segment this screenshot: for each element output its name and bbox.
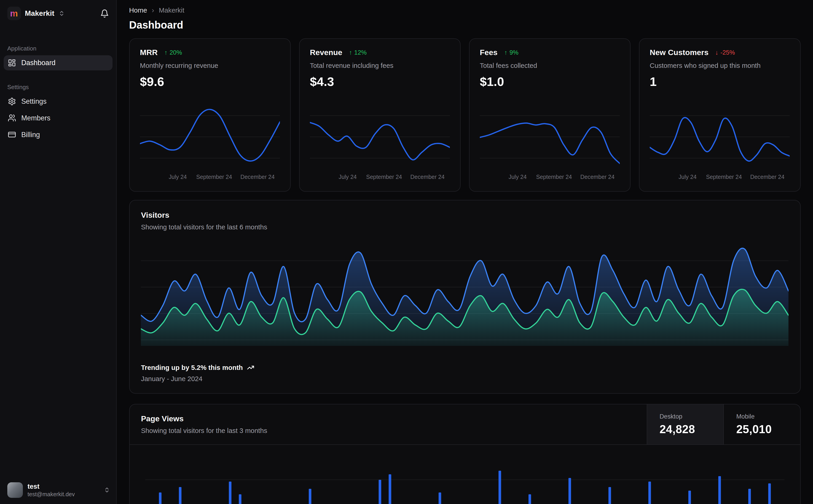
sidebar-section-application: Application	[0, 45, 116, 52]
trend-up-icon: ↑	[164, 49, 167, 56]
sidebar-nav-application: Dashboard	[0, 55, 116, 70]
page-views-head-left: Page Views Showing total visitors for th…	[130, 404, 647, 444]
x-tick-label: July 24	[679, 174, 697, 180]
app-window: m Makerkit Application Dashboard Setting…	[0, 0, 813, 504]
visitors-subtitle: Showing total visitors for the last 6 mo…	[141, 223, 789, 231]
sidebar-item-billing[interactable]: Billing	[4, 127, 112, 142]
stat-title: Revenue	[310, 48, 342, 57]
x-tick-label: December 24	[750, 174, 784, 180]
stat-head: Fees ↑ 9%	[480, 48, 620, 57]
sidebar-item-label: Dashboard	[21, 59, 56, 67]
user-email: test@makerkit.dev	[27, 491, 75, 497]
sidebar-section-settings: Settings	[0, 84, 116, 91]
bell-icon	[100, 9, 109, 18]
makerkit-logo: m	[7, 7, 21, 20]
page-views-stat-toggles: Desktop 24,828 Mobile 25,010	[647, 404, 800, 444]
visitors-date-range: January - June 2024	[141, 375, 789, 383]
stat-title: MRR	[140, 48, 157, 57]
sidebar-item-label: Members	[21, 114, 50, 122]
x-axis-ticks: July 24September 24December 24	[480, 174, 620, 182]
x-axis-ticks: July 24September 24December 24	[650, 174, 790, 182]
breadcrumb: Home › Makerkit	[129, 6, 801, 14]
x-tick-label: December 24	[410, 174, 445, 180]
sparkline-wrap: July 24September 24December 24	[310, 104, 450, 182]
avatar	[7, 482, 23, 498]
trend-value: -25%	[720, 49, 735, 56]
trending-up-icon	[247, 364, 254, 371]
x-tick-label: September 24	[706, 174, 742, 180]
trend-badge: ↑ 9%	[504, 49, 518, 56]
toggle-value: 25,010	[736, 423, 788, 436]
users-icon	[8, 114, 16, 122]
breadcrumb-home-link[interactable]: Home	[129, 6, 147, 14]
sidebar: m Makerkit Application Dashboard Setting…	[0, 0, 117, 504]
stat-value: $9.6	[140, 74, 280, 89]
user-meta: test test@makerkit.dev	[27, 483, 75, 497]
x-tick-label: September 24	[196, 174, 232, 180]
notifications-button[interactable]	[100, 9, 109, 18]
x-tick-label: December 24	[580, 174, 615, 180]
visitors-title: Visitors	[141, 211, 789, 220]
page-title: Dashboard	[129, 19, 801, 31]
stat-subtitle: Total revenue including fees	[310, 62, 450, 69]
workspace-switcher[interactable]: m Makerkit	[0, 0, 116, 27]
page-views-card: Page Views Showing total visitors for th…	[129, 404, 801, 504]
gear-icon	[8, 97, 16, 106]
visitors-area-chart	[141, 244, 789, 346]
page-views-toggle-desktop[interactable]: Desktop 24,828	[647, 404, 724, 444]
page-views-header: Page Views Showing total visitors for th…	[130, 404, 800, 445]
visitors-trend-text: Trending up by 5.2% this month	[141, 364, 243, 371]
sidebar-item-label: Billing	[21, 131, 40, 139]
trend-badge: ↑ 12%	[349, 49, 367, 56]
workspace-name: Makerkit	[25, 9, 54, 18]
fees-sparkline-chart	[480, 104, 620, 170]
chevron-right-icon: ›	[152, 7, 154, 14]
user-name: test	[27, 483, 75, 490]
trend-up-icon: ↑	[504, 49, 507, 56]
stat-subtitle: Total fees collected	[480, 62, 620, 69]
sparkline-wrap: July 24September 24December 24	[140, 104, 280, 182]
sidebar-item-label: Settings	[21, 97, 47, 105]
stat-value: $4.3	[310, 74, 450, 89]
chevrons-up-down-icon	[104, 487, 110, 493]
breadcrumb-current: Makerkit	[159, 6, 184, 14]
trend-value: 9%	[509, 49, 518, 56]
stat-head: Revenue ↑ 12%	[310, 48, 450, 57]
sidebar-item-members[interactable]: Members	[4, 111, 112, 126]
page-views-bar-chart	[145, 449, 785, 504]
stat-card-new-customers: New Customers ↓ -25% Customers who signe…	[639, 38, 801, 192]
stat-title: Fees	[480, 48, 498, 57]
main-content: Home › Makerkit Dashboard MRR ↑ 20% Mont…	[117, 0, 813, 504]
trend-up-icon: ↑	[349, 49, 352, 56]
chevrons-up-down-icon	[58, 10, 65, 16]
sidebar-item-settings[interactable]: Settings	[4, 94, 112, 109]
stat-value: $1.0	[480, 74, 620, 89]
user-menu[interactable]: test test@makerkit.dev	[0, 477, 116, 504]
stat-card-fees: Fees ↑ 9% Total fees collected $1.0 July…	[469, 38, 631, 192]
stat-cards-row: MRR ↑ 20% Monthly recurring revenue $9.6…	[129, 38, 801, 192]
visitors-card: Visitors Showing total visitors for the …	[129, 200, 801, 394]
x-tick-label: July 24	[339, 174, 357, 180]
sidebar-item-dashboard[interactable]: Dashboard	[4, 55, 112, 70]
visitors-trend-line: Trending up by 5.2% this month	[141, 364, 789, 371]
stat-title: New Customers	[650, 48, 709, 57]
stat-card-mrr: MRR ↑ 20% Monthly recurring revenue $9.6…	[129, 38, 291, 192]
page-views-toggle-mobile[interactable]: Mobile 25,010	[723, 404, 800, 444]
logo-letter: m	[10, 9, 18, 18]
x-tick-label: July 24	[169, 174, 187, 180]
x-tick-label: September 24	[536, 174, 572, 180]
dashboard-grid-icon	[8, 59, 16, 67]
toggle-label: Mobile	[736, 413, 788, 420]
stat-head: New Customers ↓ -25%	[650, 48, 790, 57]
stat-subtitle: Customers who signed up this month	[650, 62, 790, 69]
page-views-subtitle: Showing total visitors for the last 3 mo…	[141, 427, 635, 435]
trend-down-icon: ↓	[715, 49, 719, 56]
trend-value: 12%	[354, 49, 367, 56]
x-axis-ticks: July 24September 24December 24	[140, 174, 280, 182]
trend-badge: ↓ -25%	[715, 49, 735, 56]
trend-value: 20%	[169, 49, 182, 56]
toggle-label: Desktop	[660, 413, 711, 420]
stat-subtitle: Monthly recurring revenue	[140, 62, 280, 69]
x-tick-label: July 24	[509, 174, 527, 180]
credit-card-icon	[8, 130, 16, 139]
